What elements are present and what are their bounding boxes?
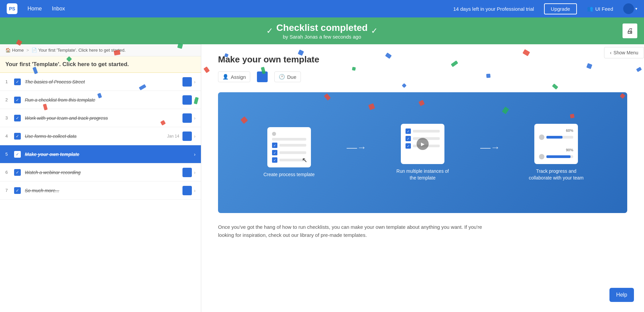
progress-label-2: 90% [539,148,573,152]
breadcrumb-home[interactable]: 🏠 Home [5,48,24,53]
task-row[interactable]: 5✓Make your own template› [0,145,201,163]
print-button[interactable]: 🖨 [623,23,637,38]
card-check-2: ✓ [272,150,277,155]
task-label: Run a checklist from this template [25,97,182,103]
ui-feed-button[interactable]: 👥 UI Feed [587,6,613,12]
help-button[interactable]: Help [609,288,634,302]
completion-banner: ✓ Checklist completed by Sarah Jonas a f… [0,17,644,44]
card-row-2: ✓ [272,143,306,148]
task-list: 1✓The basics of Process Street›2✓Run a c… [0,73,201,200]
ui-feed-label: UI Feed [595,6,613,12]
card-line-3 [279,151,306,154]
progress-bar-wrap-2 [546,155,573,158]
card2-line-1 [413,130,440,133]
banner-content: Checklist completed by Sarah Jonas a few… [276,22,368,40]
illus-card-2: ✓ ✓ ✓ ▶ [401,124,444,164]
document-icon: 📄 [32,48,37,53]
due-button[interactable]: 🕐 Due [274,71,301,82]
yellow-banner[interactable]: Your first 'Template'. Click here to get… [0,56,201,73]
task-row[interactable]: 7✓So much more...› [0,181,201,200]
top-navigation: PS Home Inbox 14 days left in your Profe… [0,0,644,17]
checkmark-icon: ✓ [16,152,19,157]
task-checkbox[interactable]: ✓ [13,114,21,122]
breadcrumb: 🏠 Home > 📄 Your first 'Template'. Click … [0,44,201,56]
logo-text: PS [9,6,15,11]
task-checkbox[interactable]: ✓ [13,187,21,195]
assignee-avatar[interactable] [257,71,268,82]
task-label: The basics of Process Street [25,79,182,85]
task-number: 6 [5,170,13,175]
task-avatar[interactable] [182,186,192,195]
card-check-3: ✓ [272,157,277,163]
task-checkbox[interactable]: ✓ [13,150,21,158]
card3-row-2 [539,154,573,159]
progress-bar-2 [546,155,571,158]
template-description: Once you've got the hang of how to run c… [218,223,486,239]
task-expand-icon[interactable]: › [194,115,196,121]
breadcrumb-separator: > [26,48,29,53]
card-row-1 [272,132,306,136]
task-number: 4 [5,134,13,139]
task-expand-icon[interactable]: › [194,170,196,175]
task-row[interactable]: 1✓The basics of Process Street› [0,73,201,91]
task-checkbox[interactable]: ✓ [13,96,21,104]
upgrade-button[interactable]: Upgrade [544,3,577,14]
task-label: Work with your team and track progress [25,115,182,121]
task-date: Jan 14 [167,134,179,139]
task-expand-icon[interactable]: › [194,97,196,103]
app-logo[interactable]: PS [7,3,17,14]
task-expand-icon[interactable]: › [194,79,196,85]
task-number: 2 [5,97,13,102]
inbox-nav-link[interactable]: Inbox [52,6,65,12]
task-checkbox[interactable]: ✓ [13,168,21,176]
card-line-1 [272,138,306,141]
home-icon: 🏠 [5,48,11,53]
assign-button[interactable]: 👤 Assign [218,71,250,82]
check-icon-right: ✓ [371,26,378,36]
clock-icon: 🕐 [279,74,285,80]
arrow-2: – – → [480,142,499,153]
task-row[interactable]: 2✓Run a checklist from this template› [0,91,201,109]
avatar-small-2 [539,154,544,159]
card-line-2 [279,144,306,147]
task-avatar[interactable] [182,168,192,177]
illus-step-2: ✓ ✓ ✓ ▶ Run multiple instances of the te… [365,124,480,181]
template-title: Make your own template [218,54,627,65]
avatar-button[interactable]: ▾ [623,3,637,14]
task-number: 1 [5,79,13,84]
content-area: 🏠 Home > 📄 Your first 'Template'. Click … [0,44,644,312]
person-icon: 👤 [222,74,229,80]
progress-bar-1 [546,136,562,139]
task-number: 5 [5,152,13,157]
breadcrumb-current[interactable]: 📄 Your first 'Template'. Click here to g… [32,48,125,53]
banner-subtitle: by Sarah Jonas a few seconds ago [276,34,368,40]
task-checkbox[interactable]: ✓ [13,132,21,140]
task-checkbox[interactable]: ✓ [13,78,21,86]
show-menu-button[interactable]: ‹ Show Menu [604,47,644,58]
task-expand-icon[interactable]: › [194,188,196,193]
task-row[interactable]: 3✓Work with your team and track progress… [0,109,201,127]
banner-title: Checklist completed [276,22,368,33]
right-panel: ‹ Show Menu Make your own template 👤 Ass… [201,44,644,312]
yellow-banner-text: Your first 'Template'. Click here to get… [5,61,129,67]
breadcrumb-home-label: Home [12,48,24,53]
progress-label-1: 60% [539,128,573,133]
task-avatar[interactable] [182,150,192,159]
user-avatar [623,3,634,14]
task-avatar[interactable] [182,113,192,123]
task-label: So much more... [25,188,182,193]
task-expand-icon[interactable]: › [194,152,196,157]
task-expand-icon[interactable]: › [194,134,196,139]
task-row[interactable]: 4✓Use forms to collect dataJan 14› [0,127,201,145]
task-avatar[interactable] [182,77,192,87]
card-row-3: ✓ [272,150,306,155]
task-row[interactable]: 6✓Watch a webinar recording› [0,163,201,181]
check-icon-left: ✓ [266,26,273,36]
home-nav-link[interactable]: Home [28,6,42,12]
card2-row-1: ✓ [406,128,440,134]
card-dot [272,132,276,136]
checkmark-icon: ✓ [16,98,19,102]
task-avatar[interactable] [182,95,192,105]
checkmark-icon: ✓ [16,134,19,139]
task-avatar[interactable] [182,132,192,141]
